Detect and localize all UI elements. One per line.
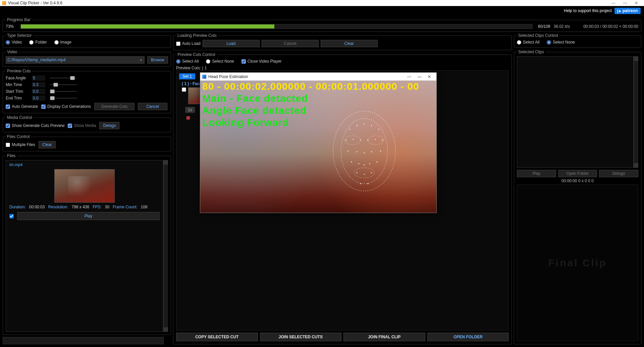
right-delogo-button[interactable]: Delogo — [599, 170, 638, 177]
svg-point-10 — [345, 140, 346, 141]
type-folder-radio[interactable]: Folder — [29, 40, 47, 45]
selected-clips-control-group: Selected Clips Control Select All Select… — [514, 33, 641, 48]
copy-selected-cut-button[interactable]: COPY SELECTED CUT — [176, 333, 258, 341]
close-video-player-check[interactable]: Close Video Player — [241, 59, 282, 64]
close-icon[interactable]: ✕ — [631, 1, 642, 5]
loading-preview-group: Loading Preview Cuts Auto Load Load Canc… — [173, 33, 512, 50]
right-play-button[interactable]: Play — [517, 170, 556, 177]
delogo-button[interactable]: Delogo — [99, 122, 119, 129]
browse-button[interactable]: Browse — [147, 56, 168, 64]
right-open-folder-button[interactable]: Open Folder — [558, 170, 597, 177]
type-selector-legend: Type Selector — [6, 33, 33, 38]
min-time-slider[interactable] — [50, 82, 77, 87]
face-angle-slider[interactable] — [50, 76, 77, 80]
svg-point-29 — [360, 183, 361, 184]
pw-minimize-icon[interactable]: — — [404, 74, 414, 79]
scc-select-all-radio[interactable]: Select All — [517, 40, 539, 45]
scc-select-none-radio[interactable]: Select None — [547, 40, 575, 45]
maximize-icon[interactable]: ▭ — [619, 1, 631, 5]
head-pose-app-icon — [202, 75, 206, 79]
loading-clear-button[interactable]: Clear — [321, 40, 378, 47]
end-trim-value[interactable]: 0.0 — [32, 95, 45, 101]
svg-point-30 — [367, 183, 368, 184]
progress-rate: 36.02 it/s — [553, 24, 570, 29]
file-name[interactable]: im.mp4 — [9, 162, 160, 167]
face-angle-label: Face Angle — [6, 76, 27, 80]
type-image-radio[interactable]: Image — [54, 40, 71, 45]
files-clear-button[interactable]: Clear — [39, 141, 56, 148]
resolution-val: 798 x 436 — [71, 205, 89, 209]
stop-icon[interactable] — [186, 116, 190, 120]
end-trim-label: End Trim — [6, 96, 27, 100]
preview-cuts-count: Preview Cuts: ( 1 — [176, 66, 509, 70]
svg-point-12 — [360, 140, 361, 141]
start-trim-value[interactable]: 0.0 — [32, 89, 45, 94]
minimize-icon[interactable]: — — [608, 1, 619, 5]
svg-point-25 — [377, 161, 378, 162]
svg-point-14 — [375, 139, 376, 140]
progress-fill — [21, 24, 274, 28]
show-media-check[interactable]: Show Media — [68, 123, 96, 128]
svg-point-3 — [368, 136, 384, 145]
pw-maximize-icon[interactable]: ▭ — [414, 74, 424, 79]
media-control-legend: Media Control — [6, 115, 34, 120]
files-legend: Files — [6, 153, 17, 158]
set-chip[interactable]: Set 1 — [179, 73, 195, 79]
selected-clips-group: Selected Clips Play Open Folder Delogo 0… — [514, 50, 641, 344]
auto-generate-check[interactable]: Auto Generate — [6, 104, 38, 109]
patreon-icon: |● — [617, 8, 621, 13]
cut-select-check[interactable] — [182, 87, 186, 92]
resolution-key: Resolution: — [48, 205, 68, 209]
svg-point-17 — [357, 151, 358, 152]
min-time-label: Min Time — [6, 82, 27, 87]
file-thumbnail[interactable] — [54, 169, 115, 203]
head-pose-video: 80 - 00:00:02.000000 - 00:00:01.000000 -… — [200, 81, 436, 213]
join-final-clip-button[interactable]: JOIN FINAL CLIP — [343, 333, 425, 341]
face-angle-value[interactable]: 5 — [32, 75, 45, 81]
file-play-button[interactable]: Play — [17, 212, 160, 220]
one-second-chip[interactable]: 1s — [185, 107, 195, 113]
pcc-select-all-radio[interactable]: Select All — [176, 59, 199, 64]
show-gen-preview-check[interactable]: Show Generate Cuts Preview — [6, 123, 64, 128]
progress-time: 00:00:03 / 00:00:02 < 00:00:00 — [583, 24, 638, 29]
auto-load-check[interactable]: Auto Load — [176, 41, 201, 46]
head-pose-titlebar[interactable]: Head Pose Estimation — ▭ ✕ — [200, 73, 436, 81]
svg-point-6 — [357, 125, 358, 126]
head-pose-window[interactable]: Head Pose Estimation — ▭ ✕ 80 - 00:00:02… — [200, 72, 437, 213]
chevron-down-icon[interactable]: ▾ — [139, 58, 143, 62]
start-trim-slider[interactable] — [50, 89, 77, 94]
end-trim-slider[interactable] — [50, 96, 77, 100]
selected-clips-scrollbar[interactable] — [634, 56, 638, 168]
face-mesh-overlay — [327, 108, 401, 195]
generate-cuts-button[interactable]: Generate Cuts — [94, 103, 135, 110]
files-group: Files im.mp4 Duration: 00:00:03 Resoluti… — [3, 153, 171, 335]
file-enable-check[interactable] — [9, 214, 14, 218]
video-group: Video C:/Repos/V/temp_media/im.mp4 ▾ Bro… — [3, 50, 171, 67]
loading-cancel-button[interactable]: Cancel — [262, 40, 319, 47]
status-bar-left — [3, 337, 164, 344]
selected-clip-info: 00:00:00 0 x 0 0 0 — [517, 177, 638, 185]
video-path-combo[interactable]: C:/Repos/V/temp_media/im.mp4 ▾ — [6, 56, 145, 64]
pcc-select-none-radio[interactable]: Select None — [206, 59, 234, 64]
svg-point-0 — [333, 111, 395, 191]
pw-close-icon[interactable]: ✕ — [424, 74, 434, 79]
load-button[interactable]: Load — [203, 40, 260, 47]
start-trim-label: Start Trim — [6, 89, 27, 94]
progress-group: Progress Bar 73% 80/109 36.02 it/s 00:00… — [3, 17, 641, 32]
cancel-cuts-button[interactable]: Cancel — [138, 103, 167, 110]
open-folder-button[interactable]: OPEN FOLDER — [427, 333, 509, 341]
patreon-button[interactable]: |● patreon — [614, 8, 641, 14]
type-video-radio[interactable]: Video — [6, 40, 22, 45]
multiple-files-check[interactable]: Multiple Files — [6, 142, 35, 147]
svg-point-8 — [371, 125, 372, 126]
svg-point-18 — [364, 152, 365, 153]
duration-key: Duration: — [9, 205, 26, 209]
files-scrollbar[interactable] — [163, 160, 168, 332]
preview-cuts-legend: Preview Cuts — [6, 69, 32, 73]
svg-point-19 — [371, 151, 372, 152]
join-selected-cuts-button[interactable]: JOIN SELECTED CUTS — [260, 333, 342, 341]
min-time-value[interactable]: 0.3 — [32, 82, 45, 87]
svg-point-22 — [358, 163, 359, 164]
progress-bar — [20, 24, 533, 29]
display-cut-gen-check[interactable]: Display Cut Generations — [41, 104, 91, 109]
